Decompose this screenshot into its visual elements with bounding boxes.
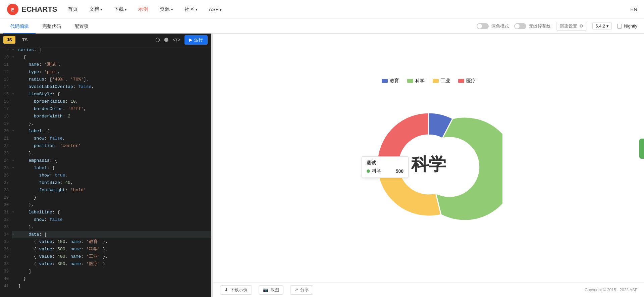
table-row: 13 radius: ['40%', '70%'], — [0, 76, 211, 83]
nav-lang-en[interactable]: EN — [630, 6, 637, 12]
table-row: 30 }, — [0, 201, 211, 209]
table-row: 11 name: '测试', — [0, 61, 211, 68]
table-row: 15 ▾ itemStyle: { — [0, 91, 211, 98]
legend-item-education[interactable]: 教育 — [382, 78, 399, 84]
table-row: 25 ▾ label: { — [0, 164, 211, 172]
screenshot-button[interactable]: 📷 截图 — [259, 285, 283, 295]
legend-item-medical[interactable]: 医疗 — [458, 78, 476, 84]
logo[interactable]: E ECHARTS — [7, 3, 57, 15]
table-row: 40 } — [0, 275, 211, 283]
tooltip-title: 测试 — [367, 160, 404, 166]
legend-color-education — [382, 79, 388, 83]
table-row: 24 ▾ emphasis: { — [0, 157, 211, 164]
legend-label-medical: 医疗 — [466, 78, 476, 84]
download-example-button[interactable]: ⬇ 下载示例 — [220, 285, 252, 295]
table-row: 39 ] — [0, 268, 211, 275]
render-settings-button[interactable]: 渲染设置 ⚙ — [556, 22, 587, 31]
chart-legend: 教育 科学 工业 医疗 — [382, 78, 476, 84]
table-row: 36 { value: 500, name: '科学' }, — [0, 246, 211, 253]
table-row: 18 borderWidth: 2 — [0, 113, 211, 120]
table-row: 35 { value: 100, name: '教育' }, — [0, 238, 211, 246]
feedback-bar[interactable] — [639, 139, 644, 159]
play-icon: ▶ — [189, 37, 193, 42]
nav-download[interactable]: 下载 — [113, 5, 127, 14]
table-row: 14 avoidLabelOverlap: false, — [0, 83, 211, 91]
gear-icon: ⚙ — [579, 23, 583, 29]
editor-toolbar: JS TS ⬡ ⬢ </> ▶ 运行 — [0, 34, 211, 46]
nav-resources[interactable]: 资源 — [159, 5, 173, 14]
tab-full-code[interactable]: 完整代码 — [36, 19, 68, 34]
seamless-toggle[interactable] — [514, 23, 526, 29]
chart-panel: 教育 科学 工业 医疗 — [213, 34, 644, 297]
table-row: 41 ] — [0, 283, 211, 290]
tab-config[interactable]: 配置项 — [68, 19, 95, 34]
table-row: 29 } — [0, 194, 211, 201]
legend-color-science — [407, 79, 413, 83]
table-row: 38 { value: 300, name: '医疗' } — [0, 260, 211, 268]
code-icon[interactable]: </> — [173, 37, 180, 43]
lang-ts-tab[interactable]: TS — [19, 36, 31, 44]
copyright-text: Copyright © 2015 - 2023 ASF — [585, 288, 637, 292]
tooltip-row: 科学 500 — [367, 168, 404, 174]
editor-panel: JS TS ⬡ ⬢ </> ▶ 运行 9 ▾ series: [ 10 — [0, 34, 211, 297]
seamless-toggle-group: 无缝碎花纹 — [514, 23, 551, 29]
table-row: 9 ▾ series: [ — [0, 46, 211, 54]
legend-item-science[interactable]: 科学 — [407, 78, 425, 84]
sub-tabs-bar: 代码编辑 完整代码 配置项 深色模式 无缝碎花纹 渲染设置 ⚙ 5.4.2 ▾ … — [0, 19, 644, 34]
run-button[interactable]: ▶ 运行 — [184, 35, 208, 45]
nightly-checkbox[interactable] — [617, 24, 622, 29]
tooltip-color-dot — [367, 169, 370, 173]
table-row: 34 ▾ data: [ — [0, 231, 211, 238]
nav-asf[interactable]: ASF — [208, 5, 222, 13]
seamless-label: 无缝碎花纹 — [529, 23, 551, 29]
dark-mode-toggle-group: 深色模式 — [477, 23, 509, 29]
nav-docs[interactable]: 文档 — [89, 5, 103, 14]
table-row: 27 fontSize: 40, — [0, 179, 211, 187]
legend-item-industry[interactable]: 工业 — [433, 78, 450, 84]
nightly-label: Nightly — [624, 23, 637, 29]
table-row: 26 show: true, — [0, 172, 211, 179]
table-row: 37 { value: 400, name: '工业' }, — [0, 253, 211, 260]
chart-center-label: 科学 — [411, 153, 446, 176]
legend-label-science: 科学 — [415, 78, 425, 84]
lang-js-tab[interactable]: JS — [3, 36, 15, 44]
nav-home[interactable]: 首页 — [67, 5, 78, 14]
share-button[interactable]: ↗ 分享 — [290, 285, 313, 295]
chevron-down-icon: ▾ — [606, 23, 609, 29]
svg-text:E: E — [11, 7, 14, 12]
legend-color-industry — [433, 79, 439, 83]
nav-community[interactable]: 社区 — [184, 5, 198, 14]
chart-bottom-bar: ⬇ 下载示例 📷 截图 ↗ 分享 Copyright © 2015 - 2023… — [213, 282, 644, 297]
chart-tooltip: 测试 科学 500 — [362, 156, 409, 178]
dark-mode-label: 深色模式 — [491, 23, 509, 29]
legend-label-education: 教育 — [390, 78, 399, 84]
table-row: 22 position: 'center' — [0, 142, 211, 150]
table-row: 21 show: false, — [0, 135, 211, 142]
logo-icon: E — [7, 3, 19, 15]
3d-icon[interactable]: ⬢ — [164, 37, 169, 43]
table-row: 12 type: 'pie', — [0, 68, 211, 76]
component-icon[interactable]: ⬡ — [155, 37, 160, 43]
table-row: 28 fontWeight: 'bold' — [0, 187, 211, 194]
table-row: 32 show: false — [0, 216, 211, 224]
tab-code-editor[interactable]: 代码编辑 — [3, 19, 36, 34]
tooltip-name: 科学 — [372, 168, 381, 174]
table-row: 17 borderColor: '#fff', — [0, 105, 211, 113]
dark-mode-toggle[interactable] — [477, 23, 489, 29]
table-row: 31 ▾ labelLine: { — [0, 209, 211, 216]
chart-area: 教育 科学 工业 医疗 — [213, 34, 644, 282]
table-row: 16 borderRadius: 10, — [0, 98, 211, 105]
legend-color-medical — [458, 79, 464, 83]
download-icon: ⬇ — [224, 287, 228, 292]
table-row: 10 ▾ { — [0, 54, 211, 61]
share-icon: ↗ — [294, 287, 298, 292]
nightly-group: Nightly — [617, 23, 637, 29]
table-row: 20 ▾ label: { — [0, 128, 211, 135]
code-editor[interactable]: 9 ▾ series: [ 10 ▾ { 11 name: '测试', 12 — [0, 46, 211, 297]
table-row: 33 }, — [0, 224, 211, 231]
camera-icon: 📷 — [263, 287, 268, 292]
top-nav: E ECHARTS 首页 文档 下载 示例 资源 社区 ASF EN — [0, 0, 644, 19]
nav-examples[interactable]: 示例 — [138, 5, 149, 14]
table-row: 23 }, — [0, 150, 211, 157]
version-select[interactable]: 5.4.2 ▾ — [592, 22, 612, 30]
